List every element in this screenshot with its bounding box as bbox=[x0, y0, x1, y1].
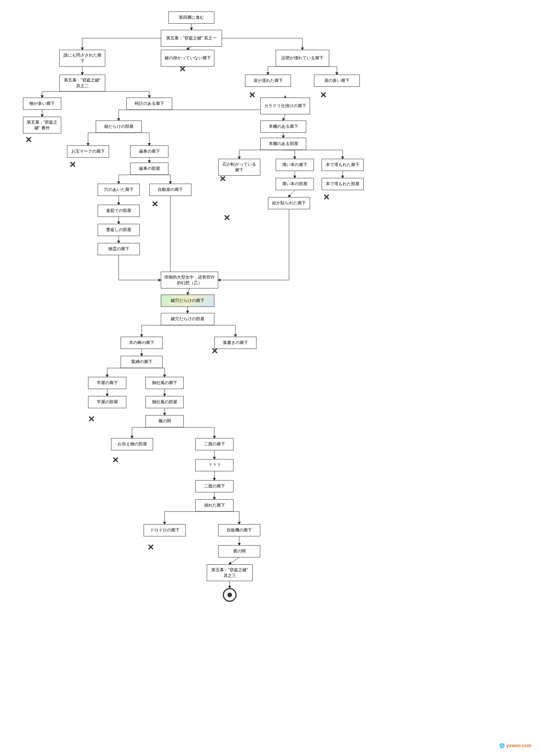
node-n16: 本棚のある廊下 bbox=[260, 121, 306, 133]
node-n7: 扉が濡れた廊下 bbox=[245, 75, 291, 87]
node-n39-label: 御社風の部屋 bbox=[152, 399, 177, 405]
node-n21-label: 石が転がっている廊下 bbox=[221, 161, 258, 173]
node-n38: 牢屋の部屋 bbox=[88, 396, 126, 408]
goal-target bbox=[223, 588, 237, 602]
node-n26-label: 本で埋もれた部屋 bbox=[326, 181, 359, 187]
node-n5: 設閉が壊れている廊下 bbox=[276, 50, 329, 67]
xmark-11: × bbox=[86, 413, 97, 425]
node-n14: お宝マークの廊下 bbox=[67, 145, 109, 158]
node-n24: 釜茹での部屋 bbox=[98, 205, 140, 217]
xmark-13: × bbox=[145, 541, 157, 553]
node-n49-label: 第五幕："窃盗之鍵" 其之三 bbox=[209, 567, 250, 579]
xmark-6: × bbox=[149, 198, 161, 210]
node-n38-label: 牢屋の部屋 bbox=[97, 399, 118, 405]
node-n5-label: 設閉が壊れている廊下 bbox=[281, 55, 323, 61]
node-n44: 二股の廊下 bbox=[195, 480, 234, 492]
xmark-8: × bbox=[321, 191, 332, 203]
node-n28: 絵が貼られた廊下 bbox=[268, 197, 310, 209]
node-n8-label: 扉の多い廊下 bbox=[324, 78, 350, 83]
node-n35-label: 緊縛の廊下 bbox=[131, 359, 152, 365]
node-n25: 薄い本の部屋 bbox=[276, 178, 314, 190]
node-n14-label: お宝マークの廊下 bbox=[71, 148, 105, 154]
node-n28-label: 絵が貼られた廊下 bbox=[272, 200, 306, 206]
xmark-10: × bbox=[209, 345, 220, 357]
node-n9-label: 物が多い廊下 bbox=[29, 101, 55, 106]
node-n8: 扉の多い廊下 bbox=[314, 75, 360, 87]
node-n29: 物霊の廊下 bbox=[98, 243, 140, 255]
node-n45-label: 崩れた廊下 bbox=[204, 502, 225, 508]
node-n11: 第五幕："窃盗之鍵" 番外 bbox=[23, 117, 61, 134]
node-n35: 緊縛の廊下 bbox=[121, 356, 163, 368]
xmark-1: × bbox=[177, 63, 188, 75]
node-n2-label: 第五幕："窃盗之鍵" 其之一 bbox=[166, 35, 217, 41]
node-n15: 歯車の廊下 bbox=[130, 145, 168, 158]
svg-line-49 bbox=[188, 288, 189, 294]
goal-inner bbox=[227, 593, 232, 597]
xmark-3: × bbox=[318, 89, 329, 101]
node-n17-label: 歯車の部屋 bbox=[139, 166, 160, 171]
node-n32: 鍵穴だらけの部屋 bbox=[161, 313, 214, 325]
node-n26: 本で埋もれた部屋 bbox=[322, 178, 364, 190]
node-n44-label: 二股の廊下 bbox=[204, 483, 225, 489]
xmark-7: × bbox=[217, 173, 229, 184]
node-n22: 薄い本の廊下 bbox=[276, 159, 314, 171]
node-n32-label: 鍵穴だらけの部屋 bbox=[171, 316, 204, 322]
node-n12-label: 箱だらけの部屋 bbox=[104, 124, 134, 129]
node-n23: 本で埋もれた廊下 bbox=[322, 159, 364, 171]
node-n42: 二股の廊下 bbox=[195, 438, 234, 450]
node-n43-label: ？？？ bbox=[208, 462, 221, 468]
node-n30: 俳徊的大型女中，还有些许的幻想（乙） bbox=[161, 272, 218, 288]
node-n40-label: 厩の間 bbox=[158, 418, 171, 424]
node-n31-label: 鍵穴だらけの廊下 bbox=[171, 298, 204, 303]
node-n15-label: 歯車の廊下 bbox=[139, 148, 160, 154]
node-n48: 賓の間 bbox=[218, 545, 260, 557]
flowchart: 第四層に進む 第五幕："窃盗之鍵" 其之一 誰にも問ざされた廊下 鍵の掛かってい… bbox=[0, 0, 539, 756]
node-n16-label: 本棚のある廊下 bbox=[269, 124, 298, 129]
node-n46: ドロドロの廊下 bbox=[144, 524, 186, 536]
node-n34-label: 落書きの廊下 bbox=[223, 340, 248, 345]
node-n27: 豊返しの部屋 bbox=[98, 224, 140, 236]
node-n1: 第四層に進む bbox=[168, 11, 214, 24]
node-n27-label: 豊返しの部屋 bbox=[106, 227, 131, 233]
node-n12: 箱だらけの部屋 bbox=[96, 121, 142, 133]
node-n25-label: 薄い本の部屋 bbox=[282, 181, 307, 187]
xmark-2: × bbox=[247, 89, 258, 101]
node-n6: 第五幕："窃盗之鍵" 其之二 bbox=[59, 75, 105, 91]
xmark-4: × bbox=[23, 134, 34, 145]
watermark-text: yxwoo.com bbox=[506, 743, 531, 748]
svg-line-24 bbox=[283, 114, 285, 120]
node-n33: 木の棒の廊下 bbox=[121, 337, 163, 349]
node-n41-label: お供え物の部屋 bbox=[118, 441, 147, 447]
node-n20-label: 自動扉の廊下 bbox=[158, 187, 183, 192]
node-n45: 崩れた廊下 bbox=[195, 499, 234, 512]
node-n36: 牢屋の廊下 bbox=[88, 377, 126, 389]
node-n17: 歯車の部屋 bbox=[130, 163, 168, 175]
node-n7-label: 扉が濡れた廊下 bbox=[253, 78, 283, 83]
node-n41: お供え物の部屋 bbox=[111, 438, 153, 450]
node-n19-label: 穴のあいた廊下 bbox=[104, 187, 134, 192]
node-n47: 自販機の廊下 bbox=[218, 524, 260, 536]
node-n6-label: 第五幕："窃盗之鍵" 其之二 bbox=[62, 77, 103, 89]
node-n46-label: ドロドロの廊下 bbox=[150, 527, 180, 533]
node-n49: 第五幕："窃盗之鍵" 其之三 bbox=[207, 564, 253, 581]
node-n18: 本棚のある部屋 bbox=[260, 138, 306, 150]
node-n22-label: 薄い本の廊下 bbox=[282, 162, 307, 168]
node-n11-label: 第五幕："窃盗之鍵" 番外 bbox=[26, 119, 59, 131]
watermark: 🌐 yxwoo.com bbox=[499, 743, 531, 748]
svg-line-75 bbox=[230, 557, 239, 564]
xmark-5: × bbox=[67, 159, 78, 170]
node-n24-label: 釜茹での部屋 bbox=[106, 208, 131, 213]
node-n4-label: 鍵の掛かっていない廊下 bbox=[165, 55, 211, 61]
node-n34: 落書きの廊下 bbox=[214, 337, 256, 349]
node-n19: 穴のあいた廊下 bbox=[98, 184, 140, 196]
node-n37: 御社風の廊下 bbox=[145, 377, 184, 389]
node-n18-label: 本棚のある部屋 bbox=[269, 141, 298, 147]
node-n43: ？？？ bbox=[195, 459, 234, 471]
node-n33-label: 木の棒の廊下 bbox=[129, 340, 154, 345]
node-n10: 時計のある廊下 bbox=[126, 98, 172, 110]
node-n29-label: 物霊の廊下 bbox=[108, 246, 129, 252]
node-n1-label: 第四層に進む bbox=[179, 15, 204, 20]
node-n37-label: 御社風の廊下 bbox=[152, 380, 177, 386]
node-n31: 鍵穴だらけの廊下 bbox=[161, 295, 214, 307]
node-n20: 自動扉の廊下 bbox=[149, 184, 191, 196]
